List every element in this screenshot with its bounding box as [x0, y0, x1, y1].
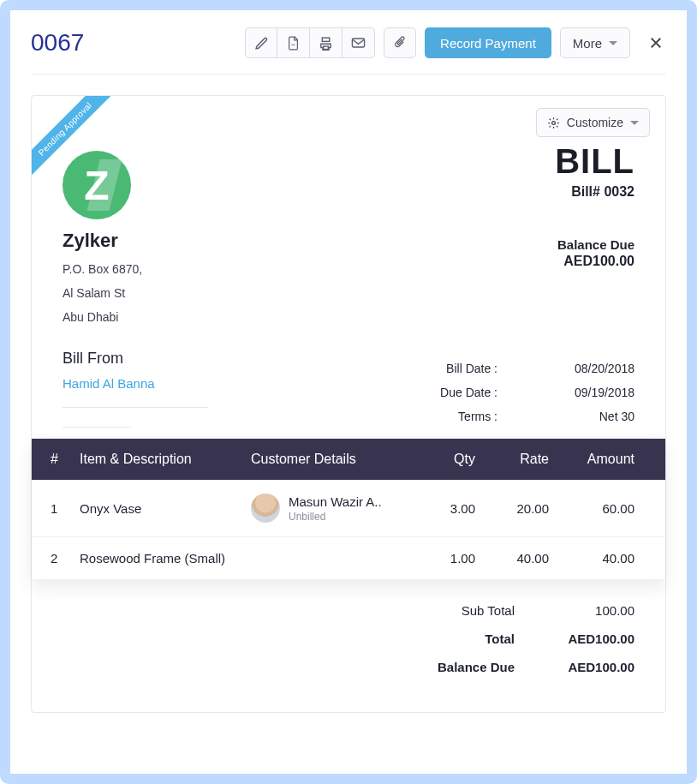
mail-icon	[351, 37, 366, 49]
cell-rate: 40.00	[475, 551, 549, 566]
bill-date-label: Bill Date :	[420, 356, 497, 380]
bill-from-block: Bill From Hamid Al Banna	[63, 350, 420, 428]
pdf-button[interactable]	[277, 27, 310, 58]
close-button[interactable]	[646, 33, 666, 53]
app-frame: 0067	[0, 0, 697, 784]
balance-due-value: AED100.00	[540, 653, 634, 681]
bill-title: BILL	[555, 142, 634, 181]
svg-rect-0	[322, 38, 330, 41]
col-qty: Qty	[419, 452, 475, 467]
company-logo: Z	[63, 151, 131, 219]
balance-due-value: AED100.00	[555, 254, 634, 269]
company-name: Zylker	[63, 230, 555, 252]
col-amount: Amount	[549, 452, 634, 467]
divider	[63, 407, 208, 408]
divider	[63, 427, 131, 428]
avatar	[251, 494, 280, 523]
address-line: P.O. Box 6870,	[63, 257, 555, 281]
col-index: #	[51, 452, 80, 467]
svg-rect-1	[324, 46, 329, 50]
customize-label: Customize	[567, 116, 623, 129]
due-date-label: Due Date :	[420, 380, 497, 404]
subtotal-value: 100.00	[540, 596, 634, 625]
attach-button[interactable]	[384, 27, 416, 58]
email-button[interactable]	[343, 27, 375, 58]
cell-qty: 1.00	[419, 551, 475, 566]
bill-document: Pending Approval Customize Z Zylker P.O.…	[31, 95, 666, 713]
top-bar: 0067	[31, 27, 666, 75]
subtotal-label: Sub Total	[462, 596, 515, 625]
line-items-table: # Item & Description Customer Details Qt…	[32, 439, 665, 579]
cell-rate: 20.00	[475, 501, 549, 516]
cell-qty: 3.00	[419, 501, 475, 516]
cell-index: 1	[51, 501, 80, 516]
more-label: More	[573, 36, 602, 51]
col-rate: Rate	[475, 452, 549, 467]
edit-button[interactable]	[245, 27, 277, 58]
total-value: AED100.00	[540, 625, 634, 653]
logo-letter: Z	[84, 162, 109, 209]
customer-name: Masun Wazir A..	[289, 494, 382, 509]
balance-due-label: Balance Due	[555, 237, 634, 252]
col-customer: Customer Details	[251, 452, 419, 467]
table-row: 2 Rosewood Frame (Small) 1.00 40.00 40.0…	[32, 537, 665, 579]
bill-number: Bill# 0032	[555, 184, 634, 200]
record-payment-button[interactable]: Record Payment	[425, 27, 551, 58]
close-icon	[648, 35, 664, 51]
cell-index: 2	[51, 551, 80, 566]
bill-from-label: Bill From	[63, 350, 420, 368]
paperclip-icon	[394, 35, 407, 51]
chevron-down-icon	[630, 121, 639, 125]
cell-item: Onyx Vase	[80, 501, 251, 516]
balance-due-label: Balance Due	[438, 653, 515, 681]
address-line: Al Salam St	[63, 281, 555, 305]
page-title: 0067	[31, 29, 84, 57]
svg-point-3	[551, 121, 555, 124]
due-date-value: 09/19/2018	[549, 380, 634, 404]
table-row: 1 Onyx Vase Masun Wazir A.. Unbilled 3.0…	[32, 480, 665, 537]
cell-amount: 40.00	[549, 551, 634, 566]
table-header: # Item & Description Customer Details Qt…	[32, 439, 665, 480]
svg-rect-2	[353, 39, 365, 47]
col-item: Item & Description	[80, 452, 251, 467]
vendor-link[interactable]: Hamid Al Banna	[63, 376, 155, 391]
company-address: P.O. Box 6870, Al Salam St Abu Dhabi	[63, 257, 555, 329]
chevron-down-icon	[609, 41, 617, 45]
address-line: Abu Dhabi	[63, 305, 555, 329]
cell-customer: Masun Wazir A.. Unbilled	[251, 494, 419, 523]
bill-date-value: 08/20/2018	[549, 356, 634, 380]
customer-status: Unbilled	[289, 511, 382, 523]
pencil-icon	[254, 36, 269, 51]
print-button[interactable]	[310, 27, 343, 58]
terms-label: Terms :	[420, 404, 497, 428]
gear-icon	[547, 117, 560, 129]
company-block: Z Zylker P.O. Box 6870, Al Salam St Abu …	[63, 127, 555, 329]
totals-block: Sub Total 100.00 Total AED100.00 Balance…	[32, 579, 665, 681]
customize-button[interactable]: Customize	[536, 108, 650, 137]
cell-amount: 60.00	[549, 501, 634, 516]
terms-value: Net 30	[549, 404, 634, 428]
more-button[interactable]: More	[560, 27, 630, 58]
cell-item: Rosewood Frame (Small)	[80, 551, 251, 566]
total-label: Total	[485, 625, 515, 653]
bill-meta: Bill Date : 08/20/2018 Due Date : 09/19/…	[420, 350, 634, 428]
action-button-group	[245, 27, 375, 58]
pdf-icon	[287, 36, 300, 51]
printer-icon	[319, 36, 333, 51]
bill-heading: BILL Bill# 0032 Balance Due AED100.00	[555, 127, 634, 329]
